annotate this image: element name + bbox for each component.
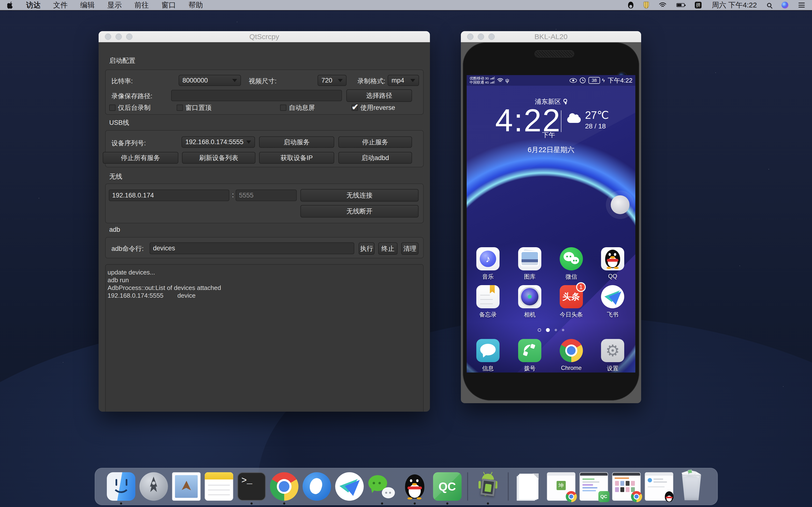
app-camera[interactable]: 相机 — [518, 285, 541, 319]
menubar-clock[interactable]: 周六 下午4:22 — [712, 0, 757, 10]
checkbox-use-reverse[interactable]: ✔ 使用reverse — [352, 103, 395, 112]
dock-item-terminal[interactable]: >_ — [237, 472, 266, 501]
refresh-device-list-button[interactable]: 刷新设备列表 — [182, 152, 255, 164]
spotlight-icon[interactable] — [767, 3, 771, 7]
app-gallery[interactable]: 图库 — [518, 247, 541, 281]
adb-command-label: adb命令行: — [111, 244, 144, 253]
dock-item-minimized-chrome-window[interactable]: 坤 — [547, 472, 575, 501]
dock-item-launchpad[interactable] — [140, 472, 168, 501]
minimize-button[interactable] — [115, 34, 122, 40]
serial-label: 设备序列号: — [111, 139, 146, 148]
input-method-icon[interactable]: 拼 — [695, 2, 702, 8]
menu-item-finder[interactable]: 访达 — [26, 0, 41, 10]
adb-command-input[interactable] — [150, 242, 354, 254]
security-shield-icon[interactable] — [644, 2, 649, 8]
record-path-label: 录像保存路径: — [111, 92, 152, 101]
signal-bars-icon — [490, 76, 495, 79]
app-feishu[interactable]: 飞书 — [601, 285, 624, 319]
dock-item-wechat[interactable] — [368, 472, 396, 501]
app-dialer[interactable]: 拨号 — [518, 339, 541, 372]
stop-all-services-button[interactable]: 停止所有服务 — [103, 152, 179, 164]
checkbox-auto-screen-off[interactable]: 自动息屏 — [280, 103, 315, 112]
minimize-button[interactable] — [478, 34, 484, 40]
phone-speaker — [535, 50, 574, 57]
app-wechat[interactable]: 微信 — [560, 247, 583, 281]
page-dot — [562, 329, 564, 331]
app-qq[interactable]: QQ — [601, 247, 624, 280]
charging-bolt-icon: ϟ — [602, 77, 605, 83]
assistive-ball[interactable] — [611, 195, 629, 214]
battery-icon[interactable] — [676, 3, 684, 7]
dock-item-chrome[interactable] — [270, 472, 298, 501]
dock-item-minimized-chrome-window-2[interactable] — [612, 472, 641, 501]
adb-run-button[interactable]: 执行 — [359, 242, 374, 255]
dock-item-qq[interactable] — [400, 472, 429, 501]
wifi-icon[interactable] — [659, 2, 666, 8]
menu-item-file[interactable]: 文件 — [53, 0, 68, 10]
dock-item-finder[interactable] — [107, 472, 135, 501]
choose-path-button[interactable]: 选择路径 — [346, 89, 412, 102]
wireless-ip-input[interactable] — [109, 189, 230, 201]
phone-screen[interactable]: 优酷移动 3G 中国联通 4G ψ 38 — [467, 75, 636, 373]
menu-item-go[interactable]: 前往 — [134, 0, 149, 10]
notification-center-icon[interactable] — [799, 3, 805, 7]
android-robot-icon — [474, 472, 502, 501]
app-notes[interactable]: 备忘录 — [476, 285, 500, 319]
dock-item-minimized-qtcreator-window[interactable]: QC — [579, 472, 608, 501]
dock-item-trash[interactable] — [677, 472, 706, 501]
close-button[interactable] — [105, 34, 111, 40]
wireless-port-input[interactable] — [236, 189, 297, 201]
dock-item-remote-app[interactable] — [303, 472, 331, 501]
app-messages[interactable]: 信息 — [476, 339, 500, 372]
dock-item-mail[interactable] — [172, 472, 201, 501]
record-path-input[interactable] — [171, 90, 342, 101]
page-dot — [555, 329, 557, 331]
adb-stop-button[interactable]: 终止 — [378, 242, 398, 255]
record-format-label: 录制格式: — [357, 77, 386, 86]
dock-item-minimized-qq-window[interactable] — [645, 472, 673, 501]
zoom-button[interactable] — [489, 34, 495, 40]
chrome-badge-icon — [566, 491, 577, 502]
dock-item-documents[interactable] — [514, 472, 543, 501]
dock-item-android-tool[interactable] — [474, 472, 502, 501]
checkbox-background-record[interactable]: 仅后台录制 — [109, 103, 151, 112]
checkbox-window-on-top[interactable]: 窗口置顶 — [176, 103, 211, 112]
adb-section-label: adb — [109, 226, 120, 233]
siri-icon[interactable] — [781, 2, 788, 8]
menu-item-help[interactable]: 帮助 — [189, 0, 203, 10]
adb-clear-button[interactable]: 清理 — [401, 242, 418, 255]
serial-combobox[interactable]: 192.168.0.174:5555 — [182, 136, 255, 148]
app-label: 相机 — [518, 311, 541, 319]
video-size-combobox[interactable]: 720 — [317, 75, 347, 86]
qq-penguin-icon[interactable] — [628, 2, 633, 8]
app-settings[interactable]: ⚙ 设置 — [601, 339, 624, 372]
stop-service-button[interactable]: 停止服务 — [338, 136, 412, 148]
checkbox-label: 仅后台录制 — [118, 103, 151, 112]
close-button[interactable] — [467, 34, 473, 40]
dock-item-qtcreator[interactable]: QC — [433, 472, 462, 501]
running-indicator — [381, 502, 383, 505]
log-output-area[interactable]: update devices... adb run AdbProcess::ou… — [105, 264, 424, 412]
zoom-button[interactable] — [126, 34, 133, 40]
bitrate-combobox[interactable]: 8000000 — [179, 75, 241, 86]
qtscrcpy-titlebar[interactable]: QtScrcpy — [99, 31, 430, 42]
wireless-connect-button[interactable]: 无线连接 — [300, 189, 418, 202]
app-chrome[interactable]: Chrome — [560, 339, 583, 371]
menu-item-view[interactable]: 显示 — [107, 0, 122, 10]
menu-item-edit[interactable]: 编辑 — [80, 0, 95, 10]
dock-item-notes[interactable] — [205, 472, 233, 501]
dock-item-feishu[interactable] — [335, 472, 364, 501]
qq-penguin-icon — [400, 472, 429, 501]
record-format-combobox[interactable]: mp4 — [388, 75, 419, 86]
start-service-button[interactable]: 启动服务 — [259, 136, 334, 148]
phone-window-titlebar[interactable]: BKL-AL20 — [461, 31, 641, 42]
start-adbd-button[interactable]: 启动adbd — [338, 152, 412, 164]
menu-item-window[interactable]: 窗口 — [161, 0, 176, 10]
get-device-ip-button[interactable]: 获取设备IP — [259, 152, 334, 164]
app-music[interactable]: ♪ 音乐 — [476, 247, 500, 281]
wireless-disconnect-button[interactable]: 无线断开 — [300, 205, 418, 218]
app-label: 设置 — [601, 364, 624, 372]
app-toutiao[interactable]: 头条 1 今日头条 — [560, 285, 583, 319]
app-label: Chrome — [560, 364, 583, 371]
apple-menu-icon[interactable] — [7, 1, 13, 9]
